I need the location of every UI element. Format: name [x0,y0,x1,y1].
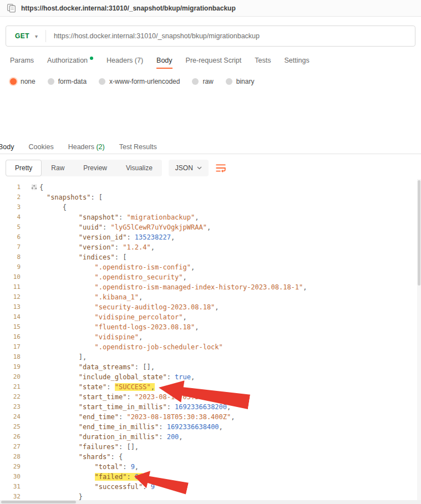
line-number: 17 [0,342,31,352]
code-line: 15 "fluentd-logs-2023.08.18", [0,322,421,332]
line-number: 9 [0,262,31,272]
code-line: 29 "total": 9, [0,462,421,472]
response-body-viewer[interactable]: 1{2 "snapshots": [3 {4 "snapshot": "migr… [0,179,421,504]
request-tab-title[interactable]: https://host.docker.internal:31010/_snap… [21,4,236,12]
code-line: 25 "end_time_in_millis": 1692336638400, [0,422,421,432]
vertical-scrollbar-thumb[interactable] [418,180,420,286]
tab-body[interactable]: Body [156,57,173,64]
line-number: 7 [0,242,31,252]
tab-pre-request-script[interactable]: Pre-request Script [186,57,242,64]
line-number: 10 [0,272,31,282]
body-mode-urlencoded-label: x-www-form-urlencoded [109,78,180,85]
line-number: 11 [0,282,31,292]
line-number: 16 [0,332,31,342]
code-line: 16 "vidispine", [0,332,421,342]
line-number: 29 [0,462,31,472]
code-line: 17 ".opendistro-job-scheduler-lock" [0,342,421,352]
wrap-lines-icon[interactable] [215,162,226,174]
body-mode-binary[interactable]: binary [226,78,255,85]
response-headers-count: (2) [96,143,104,151]
code-line: 18 ], [0,352,421,362]
tab-headers[interactable]: Headers (7) [106,57,143,64]
code-line: 30 "failed": 0, [0,472,421,482]
view-mode-raw[interactable]: Raw [42,160,74,176]
line-number: 31 [0,482,31,492]
line-number: 6 [0,232,31,242]
view-mode-pretty[interactable]: Pretty [6,160,42,176]
line-number: 30 [0,472,31,482]
tab-authorization-label: Authorization [47,57,88,64]
chevron-down-icon[interactable]: ▾ [35,33,45,39]
request-tabs: Params Authorization Headers (7) Body Pr… [10,53,421,68]
view-mode-preview[interactable]: Preview [74,160,116,176]
body-mode-none[interactable]: none [10,78,35,85]
code-line: 12 ".kibana_1", [0,292,421,302]
response-tab-test-results[interactable]: Test Results [119,143,157,151]
code-line: 22 "start_time": "2023-08-18T05:30:38.20… [0,392,421,402]
filter-sliders-icon[interactable] [31,184,38,191]
format-dropdown-label: JSON [175,164,193,172]
format-dropdown[interactable]: JSON [169,160,209,176]
line-number: 28 [0,452,31,462]
tab-params[interactable]: Params [10,57,34,64]
code-line: 14 "vidispine_percolator", [0,312,421,322]
line-number: 24 [0,412,31,422]
body-mode-urlencoded[interactable]: x-www-form-urlencoded [99,78,180,85]
radio-icon [48,78,54,85]
code-line: 23 "start_time_in_millis": 1692336638200… [0,402,421,412]
body-mode-options: none form-data x-www-form-urlencoded raw… [10,75,254,88]
tab-authorization[interactable]: Authorization [47,57,93,64]
http-request-icon [7,3,16,13]
line-number: 8 [0,252,31,262]
line-number: 2 [0,192,31,202]
line-number: 3 [0,202,31,212]
line-number: 12 [0,292,31,302]
line-number: 18 [0,352,31,362]
tab-tests[interactable]: Tests [255,57,271,64]
line-number: 13 [0,302,31,312]
line-number: 20 [0,372,31,382]
line-number: 19 [0,362,31,372]
divider [0,154,421,154]
divider [45,30,46,42]
code-line: 10 ".opendistro_security", [0,272,421,282]
method-selector[interactable]: GET [6,32,35,40]
code-line: 7 "version": "1.2.4", [0,242,421,252]
body-mode-raw[interactable]: raw [192,78,213,85]
tab-settings[interactable]: Settings [284,57,309,64]
response-tab-cookies[interactable]: Cookies [29,143,54,151]
horizontal-scrollbar[interactable] [0,500,421,504]
radio-selected-icon [10,78,17,85]
auth-status-dot [90,57,93,60]
code-line: 9 ".opendistro-ism-config", [0,262,421,272]
code-line: 28 "shards": { [0,452,421,462]
code-line: 31 "successful": 9 [0,482,421,492]
radio-icon [99,78,105,85]
code-line: 26 "duration_in_millis": 200, [0,432,421,442]
code-lines: 1{2 "snapshots": [3 {4 "snapshot": "migr… [0,182,421,502]
body-mode-binary-label: binary [236,78,255,85]
line-number: 14 [0,312,31,322]
body-mode-form-data[interactable]: form-data [48,78,87,85]
code-line: 4 "snapshot": "migrationbackup", [0,212,421,222]
vertical-scrollbar[interactable] [417,179,421,500]
line-number: 15 [0,322,31,332]
line-number: 25 [0,422,31,432]
request-tab-bar: https://host.docker.internal:31010/_snap… [0,0,421,17]
body-mode-raw-label: raw [202,78,213,85]
code-line: 19 "data_streams": [], [0,362,421,372]
response-tab-body[interactable]: Body [0,143,14,151]
code-line: 20 "include_global_state": true, [0,372,421,382]
code-line: 13 "security-auditlog-2023.08.18", [0,302,421,312]
response-tab-headers-label: Headers [68,143,94,151]
line-number: 27 [0,442,31,452]
code-line: 6 "version_id": 135238227, [0,232,421,242]
horizontal-scrollbar-thumb[interactable] [1,501,76,503]
response-tab-headers[interactable]: Headers (2) [68,143,105,151]
code-line: 3 { [0,202,421,212]
line-number: 22 [0,392,31,402]
response-view-toolbar: Pretty Raw Preview Visualize JSON [6,160,226,176]
response-tabs: Body Cookies Headers (2) Test Results [0,141,157,153]
url-input[interactable]: https://host.docker.internal:31010/_snap… [54,32,260,40]
view-mode-visualize[interactable]: Visualize [116,160,162,176]
